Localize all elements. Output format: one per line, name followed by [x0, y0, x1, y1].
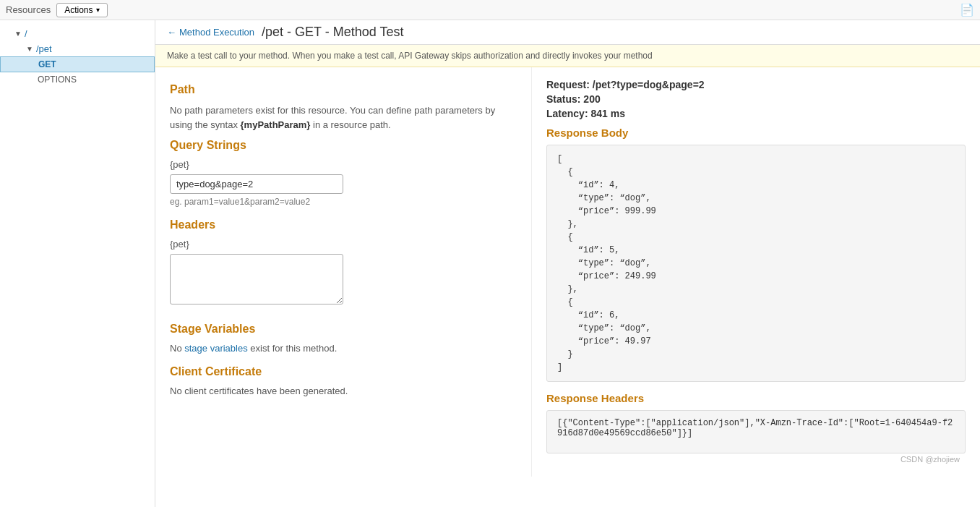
request-label: Request: — [546, 79, 590, 90]
sidebar: ▼ / ▼ /pet GET OPTIONS — [0, 20, 155, 507]
right-col: Request: /pet?type=dog&page=2 Status: 20… — [532, 67, 980, 477]
client-cert-text: No client certificates have been generat… — [170, 385, 517, 396]
tree-arrow-pet: ▼ — [26, 45, 33, 53]
actions-button[interactable]: Actions — [56, 3, 107, 17]
path-title: Path — [170, 83, 517, 96]
sidebar-options-label[interactable]: OPTIONS — [38, 74, 77, 85]
response-body-box: [ { “id”: 4, “type”: “dog”, “price”: 999… — [546, 145, 966, 382]
latency-value: 841 ms — [590, 108, 624, 119]
status-line: Status: 200 — [546, 93, 966, 105]
back-link[interactable]: ← Method Execution — [167, 27, 254, 38]
doc-icon: 📄 — [960, 3, 974, 17]
tree-arrow-root: ▼ — [14, 30, 22, 38]
query-string-input[interactable] — [170, 174, 343, 194]
two-col: Path No path parameters exist for this r… — [155, 67, 980, 477]
query-example: eg. param1=value1&param2=value2 — [170, 197, 517, 207]
latency-label: Latency: — [546, 108, 588, 119]
client-cert-title: Client Certificate — [170, 365, 517, 378]
left-col: Path No path parameters exist for this r… — [155, 67, 532, 477]
sidebar-root-label[interactable]: / — [25, 28, 27, 39]
response-headers-title: Response Headers — [546, 392, 966, 404]
status-value: 200 — [583, 93, 600, 105]
query-param-label: {pet} — [170, 159, 517, 170]
content-area: ← Method Execution /pet - GET - Method T… — [155, 20, 980, 507]
sidebar-item-options[interactable]: OPTIONS — [0, 72, 155, 87]
watermark: CSDN @zhojiew — [546, 453, 966, 465]
sidebar-pet-label[interactable]: /pet — [36, 43, 52, 54]
request-value: /pet?type=dog&page=2 — [593, 79, 705, 90]
latency-line: Latency: 841 ms — [546, 108, 966, 119]
sidebar-item-root[interactable]: ▼ / — [0, 26, 155, 41]
main-layout: ▼ / ▼ /pet GET OPTIONS ← Method Executio… — [0, 20, 980, 507]
headers-textarea[interactable] — [170, 254, 343, 304]
path-code: {myPathParam} — [241, 119, 311, 130]
stage-vars-text-1: No — [170, 343, 184, 354]
response-body-title: Response Body — [546, 127, 966, 139]
path-note: No path parameters exist for this resour… — [170, 103, 517, 132]
content-header: ← Method Execution /pet - GET - Method T… — [155, 20, 980, 45]
resources-label: Resources — [6, 4, 51, 15]
status-label: Status: — [546, 93, 580, 105]
sidebar-get-label[interactable]: GET — [38, 59, 56, 69]
sidebar-item-pet[interactable]: ▼ /pet — [0, 41, 155, 56]
back-link-label[interactable]: Method Execution — [179, 27, 254, 38]
query-strings-title: Query Strings — [170, 139, 517, 152]
headers-title: Headers — [170, 218, 517, 231]
request-line: Request: /pet?type=dog&page=2 — [546, 79, 966, 90]
response-headers-box: [{"Content-Type":["application/json"],"X… — [546, 410, 966, 453]
top-bar: Resources Actions 📄 — [0, 0, 980, 20]
headers-param-label: {pet} — [170, 239, 517, 250]
stage-vars-title: Stage Variables — [170, 323, 517, 336]
sidebar-item-get[interactable]: GET — [0, 56, 155, 72]
stage-vars-text: No stage variables exist for this method… — [170, 343, 517, 354]
stage-vars-link[interactable]: stage variables — [184, 343, 247, 354]
stage-vars-text-2: exist for this method. — [248, 343, 338, 354]
page-title: /pet - GET - Method Test — [262, 25, 403, 40]
path-note-2: in a resource path. — [310, 119, 390, 130]
info-banner: Make a test call to your method. When yo… — [155, 45, 980, 67]
back-arrow-icon: ← — [167, 27, 176, 38]
